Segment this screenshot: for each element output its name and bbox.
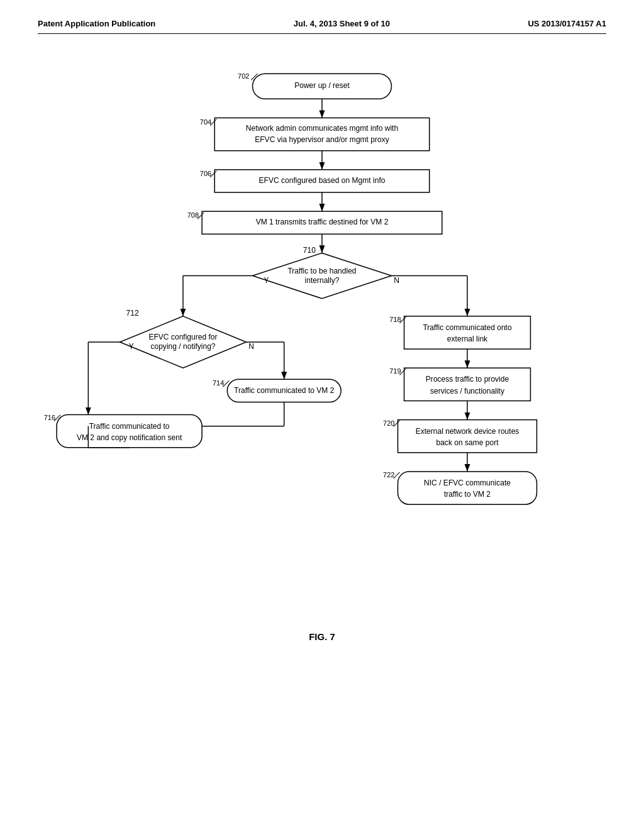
svg-text:706: 706 bbox=[200, 170, 211, 177]
header-left: Patent Application Publication bbox=[38, 19, 155, 28]
svg-text:Traffic to be handled: Traffic to be handled bbox=[287, 267, 356, 275]
svg-text:Network admin communicates mgm: Network admin communicates mgmt info wit… bbox=[246, 124, 398, 133]
svg-text:Process traffic to provide: Process traffic to provide bbox=[426, 375, 509, 384]
svg-text:External network device routes: External network device routes bbox=[416, 427, 519, 436]
svg-text:708: 708 bbox=[187, 211, 199, 219]
svg-text:EFVC via hypervisor and/or mgm: EFVC via hypervisor and/or mgmt proxy bbox=[255, 135, 389, 144]
header-center: Jul. 4, 2013 Sheet 9 of 10 bbox=[294, 19, 390, 28]
svg-text:702: 702 bbox=[238, 72, 249, 80]
svg-text:720: 720 bbox=[383, 419, 394, 427]
svg-rect-61 bbox=[404, 368, 531, 401]
svg-text:external link: external link bbox=[447, 335, 488, 343]
svg-text:VM 2 and copy notification sen: VM 2 and copy notification sent bbox=[77, 433, 182, 442]
svg-text:traffic to VM 2: traffic to VM 2 bbox=[444, 490, 491, 499]
svg-text:714: 714 bbox=[213, 379, 224, 387]
header: Patent Application Publication Jul. 4, 2… bbox=[38, 19, 606, 34]
svg-rect-6 bbox=[214, 118, 430, 150]
svg-text:Y: Y bbox=[264, 276, 269, 285]
figure-label: FIG. 7 bbox=[38, 631, 606, 642]
svg-text:N: N bbox=[248, 342, 254, 351]
svg-text:NIC / EFVC communicate: NIC / EFVC communicate bbox=[424, 479, 511, 487]
svg-text:722: 722 bbox=[383, 471, 394, 479]
svg-text:Traffic communicated onto: Traffic communicated onto bbox=[423, 323, 512, 332]
svg-rect-55 bbox=[404, 316, 531, 349]
svg-text:719: 719 bbox=[389, 367, 401, 375]
svg-text:Power up / reset: Power up / reset bbox=[294, 81, 350, 90]
svg-text:VM 1 transmits traffic destine: VM 1 transmits traffic destined for VM 2 bbox=[256, 218, 389, 226]
svg-text:716: 716 bbox=[44, 414, 55, 421]
svg-rect-67 bbox=[398, 420, 537, 453]
svg-text:N: N bbox=[394, 276, 399, 285]
page: Patent Application Publication Jul. 4, 2… bbox=[0, 0, 644, 830]
diagram-area: Power up / reset 702 Network admin commu… bbox=[38, 53, 606, 619]
svg-text:Traffic communicated to: Traffic communicated to bbox=[89, 422, 170, 431]
svg-text:712: 712 bbox=[126, 309, 139, 318]
svg-text:services / functionality: services / functionality bbox=[430, 387, 504, 396]
svg-text:EFVC configured based on Mgmt : EFVC configured based on Mgmt info bbox=[259, 176, 386, 185]
svg-text:704: 704 bbox=[200, 118, 211, 126]
svg-rect-73 bbox=[398, 472, 537, 504]
svg-text:710: 710 bbox=[303, 246, 316, 255]
svg-rect-48 bbox=[57, 415, 202, 448]
svg-text:back on same port: back on same port bbox=[436, 438, 499, 447]
svg-text:copying / notifying?: copying / notifying? bbox=[150, 342, 215, 351]
header-right: US 2013/0174157 A1 bbox=[528, 19, 606, 28]
svg-text:internally?: internally? bbox=[305, 276, 340, 285]
svg-text:EFVC configured for: EFVC configured for bbox=[148, 333, 217, 341]
svg-text:Traffic communicated to VM 2: Traffic communicated to VM 2 bbox=[234, 386, 335, 395]
svg-text:718: 718 bbox=[389, 316, 401, 323]
svg-text:Y: Y bbox=[129, 342, 134, 351]
